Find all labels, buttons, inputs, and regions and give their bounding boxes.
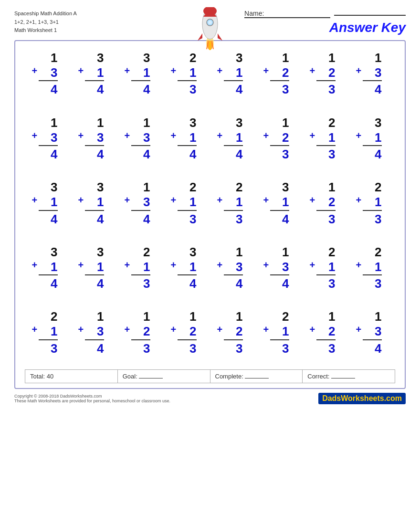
plus-icon: + xyxy=(263,195,269,206)
plus-icon: + xyxy=(125,260,130,271)
num-sum: 3 xyxy=(224,339,243,356)
problem-3-0: 3 + 1 4 xyxy=(29,245,67,292)
plus-icon: + xyxy=(125,130,130,141)
problems-container: 1 + 3 4 3 + 1 4 3 + 1 4 xyxy=(25,46,395,356)
num-top: 2 xyxy=(178,180,197,195)
problem-4-1: 1 + 3 4 xyxy=(75,309,114,356)
num-sum: 3 xyxy=(316,80,336,97)
num-top: 3 xyxy=(363,116,382,130)
num-addend: 1 xyxy=(316,260,336,274)
num-addend: 1 xyxy=(270,195,289,210)
num-top: 2 xyxy=(131,245,150,260)
num-sum: 3 xyxy=(316,339,336,356)
problem-2-0: 3 + 1 4 xyxy=(29,180,67,227)
num-top: 1 xyxy=(39,116,58,130)
num-sum: 3 xyxy=(178,80,197,97)
plus-icon: + xyxy=(217,65,223,76)
problem-1-0: 1 + 3 4 xyxy=(29,116,67,162)
addend-row: + 2 xyxy=(316,65,336,80)
num-sum: 3 xyxy=(39,339,58,356)
num-sum: 4 xyxy=(39,274,58,291)
problem-0-4: 3 + 1 4 xyxy=(214,51,252,97)
num-addend: 3 xyxy=(270,260,289,274)
problem-1-6: 2 + 1 3 xyxy=(307,116,345,162)
num-top: 1 xyxy=(85,309,104,324)
addend-row: + 2 xyxy=(270,130,289,145)
plus-icon: + xyxy=(125,324,130,335)
num-top: 1 xyxy=(39,51,58,65)
problem-row-1: 1 + 3 4 1 + 3 4 1 + 3 4 xyxy=(25,111,395,162)
num-sum: 4 xyxy=(85,210,104,227)
plus-icon: + xyxy=(125,195,130,206)
title-line3: Math Worksheet 1 xyxy=(14,26,77,35)
correct-blank xyxy=(331,378,355,378)
num-sum: 4 xyxy=(85,80,104,97)
problem-4-4: 1 + 2 3 xyxy=(214,309,252,356)
goal-label: Goal: xyxy=(123,373,137,380)
num-addend: 1 xyxy=(39,260,58,274)
addend-row: + 3 xyxy=(224,260,243,274)
num-sum: 4 xyxy=(85,145,104,162)
num-addend: 1 xyxy=(131,65,150,80)
num-addend: 2 xyxy=(131,324,150,339)
plus-icon: + xyxy=(356,65,362,76)
num-sum: 4 xyxy=(363,80,382,97)
num-top: 1 xyxy=(363,51,382,65)
addend-row: + 1 xyxy=(39,195,58,210)
problem-2-7: 2 + 1 3 xyxy=(353,180,391,227)
num-sum: 4 xyxy=(270,210,289,227)
num-sum: 4 xyxy=(178,145,197,162)
num-sum: 3 xyxy=(316,274,336,291)
svg-marker-6 xyxy=(198,33,202,41)
num-sum: 3 xyxy=(178,339,197,356)
num-top: 1 xyxy=(270,245,289,260)
num-addend: 1 xyxy=(363,130,382,145)
addend-row: + 3 xyxy=(39,65,58,80)
plus-icon: + xyxy=(263,260,269,271)
title-line1: Spaceship Math Addition A xyxy=(14,10,77,18)
header-left: Spaceship Math Addition A 1+2, 2+1, 1+3,… xyxy=(14,10,77,35)
addend-row: + 3 xyxy=(363,324,382,339)
num-sum: 4 xyxy=(224,145,243,162)
num-sum: 3 xyxy=(316,145,336,162)
num-addend: 1 xyxy=(85,195,104,210)
num-addend: 1 xyxy=(363,260,382,274)
problem-2-6: 1 + 2 3 xyxy=(307,180,345,227)
problem-0-7: 1 + 3 4 xyxy=(353,51,391,97)
plus-icon: + xyxy=(171,260,177,271)
num-top: 3 xyxy=(270,180,289,195)
title-line2: 1+2, 2+1, 1+3, 3+1 xyxy=(14,18,77,27)
num-sum: 3 xyxy=(363,274,382,291)
num-top: 1 xyxy=(316,309,336,324)
num-sum: 4 xyxy=(39,80,58,97)
num-sum: 4 xyxy=(224,274,243,291)
addend-row: + 3 xyxy=(85,324,104,339)
num-addend: 1 xyxy=(178,130,197,145)
num-sum: 3 xyxy=(316,210,336,227)
addend-row: + 2 xyxy=(316,324,336,339)
num-sum: 4 xyxy=(131,80,150,97)
num-addend: 2 xyxy=(270,130,289,145)
problem-2-3: 2 + 1 3 xyxy=(168,180,206,227)
num-top: 1 xyxy=(224,309,243,324)
problem-0-1: 3 + 1 4 xyxy=(75,51,114,97)
problem-3-3: 3 + 1 4 xyxy=(168,245,206,292)
problem-3-7: 2 + 1 3 xyxy=(353,245,391,292)
addend-row: + 1 xyxy=(178,65,197,80)
addend-row: + 1 xyxy=(39,324,58,339)
logo-part2: Worksheets.com xyxy=(341,394,402,402)
num-top: 2 xyxy=(316,245,336,260)
num-top: 1 xyxy=(85,116,104,130)
addend-row: + 1 xyxy=(224,130,243,145)
plus-icon: + xyxy=(217,324,223,335)
plus-icon: + xyxy=(217,260,223,271)
num-sum: 4 xyxy=(224,80,243,97)
correct-label: Correct: xyxy=(307,373,329,380)
num-top: 2 xyxy=(224,180,243,195)
plus-icon: + xyxy=(32,65,38,76)
num-sum: 3 xyxy=(178,210,197,227)
plus-icon: + xyxy=(310,130,315,141)
addend-row: + 2 xyxy=(131,324,150,339)
plus-icon: + xyxy=(356,260,362,271)
answer-key-label: Answer Key xyxy=(329,20,406,35)
